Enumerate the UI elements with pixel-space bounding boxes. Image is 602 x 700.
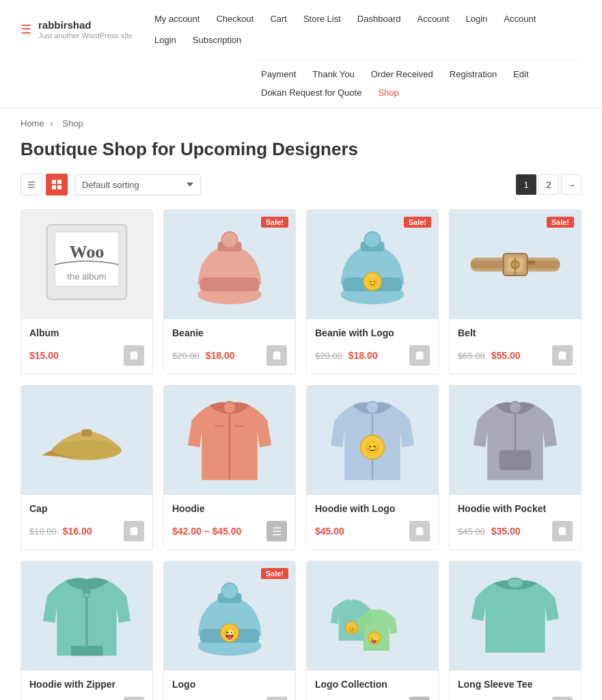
product-name-belt: Belt [458,327,573,338]
product-hoodie-zipper: Hoodie with Zipper $45.00 [20,561,153,700]
page-2-button[interactable]: 2 [538,174,559,195]
product-pricing-belt: $65.00 $55.00 [458,345,573,366]
grid-view-button[interactable] [46,174,68,196]
product-image-hoodie[interactable] [164,386,295,495]
original-price-beanie-logo: $20.00 [315,351,342,361]
add-to-cart-album[interactable] [124,345,144,366]
product-image-logo-collection[interactable]: 😊 😜 [307,561,438,671]
product-pricing-hoodie-pocket: $45.00 $35.00 [458,521,573,541]
hoodie-zipper-illustration [21,561,152,671]
select-options-hoodie[interactable]: ☰ [266,521,287,541]
product-image-hoodie-logo[interactable]: 😊 [307,386,438,495]
nav-dashboard[interactable]: Dashboard [349,8,409,29]
product-image-logo[interactable]: Sale! 😜 [164,561,295,671]
product-info-hoodie-logo: Hoodie with Logo $45.00 [307,495,438,550]
svg-point-50 [507,578,523,589]
nav-payment[interactable]: Payment [253,65,304,83]
product-pricing-logo-collection: ☰ [315,697,430,700]
product-info-belt: Belt $65.00 $55.00 [450,319,581,374]
select-options-logo-collection[interactable]: ☰ [409,697,430,700]
logo-collection-illustration: 😊 😜 [307,561,438,671]
nav-registration[interactable]: Registration [441,65,505,83]
product-hoodie: Hoodie $42.00 – $45.00 ☰ [163,385,296,550]
product-info-album: Album $15.00 [21,319,152,374]
price-group-beanie-logo: $20.00 $18.00 [315,350,377,361]
hamburger-icon[interactable]: ☰ [20,22,31,37]
product-image-hoodie-pocket[interactable] [450,386,581,495]
svg-text:😊: 😊 [365,440,380,455]
add-to-cart-beanie[interactable] [266,345,287,366]
svg-point-12 [221,232,237,247]
svg-text:😊: 😊 [347,625,356,634]
product-image-cap[interactable] [21,386,152,495]
nav-login-1[interactable]: Login [457,8,495,29]
breadcrumb-home[interactable]: Home [20,118,44,129]
add-to-cart-cap[interactable] [124,521,144,541]
svg-text:😊: 😊 [367,277,379,288]
add-to-cart-long-sleeve-tee[interactable] [552,697,573,700]
product-pricing-cap: $18.00 $16.00 [29,521,144,541]
svg-rect-3 [57,185,61,189]
nav-checkout[interactable]: Checkout [208,8,262,29]
product-name-hoodie-zipper: Hoodie with Zipper [29,679,144,690]
nav-shop[interactable]: Shop [370,83,407,102]
product-album: Woo the album Album $15.00 [20,209,153,375]
svg-point-16 [364,232,380,247]
sale-badge-belt: Sale! [547,217,574,228]
site-header: ☰ rabbirshad Just another WordPress site… [0,0,602,108]
svg-rect-35 [500,450,532,470]
product-beanie-with-logo: Sale! 😊 Beanie with Logo $20.00 $18.00 [306,209,439,375]
page-title: Boutique Shop for Upcoming Designers [0,135,602,174]
product-pricing-hoodie-logo: $45.00 [315,521,430,541]
product-pricing-beanie-logo: $20.00 $18.00 [315,345,430,366]
cap-illustration [21,386,152,495]
nav-subscription[interactable]: Subscription [184,29,250,51]
sort-select[interactable]: Default sorting Sort by popularity Sort … [74,174,201,196]
nav-edit[interactable]: Edit [505,65,536,83]
add-to-cart-logo[interactable] [266,697,287,700]
nav-cart[interactable]: Cart [262,8,295,29]
sale-price-beanie: $18.00 [206,350,235,361]
product-info-hoodie: Hoodie $42.00 – $45.00 ☰ [164,495,295,550]
product-image-album[interactable]: Woo the album [21,210,152,319]
view-toggle: ☰ [20,174,68,196]
page-1-button[interactable]: 1 [516,174,536,195]
product-image-hoodie-zipper[interactable] [21,561,152,671]
add-to-cart-belt[interactable] [552,345,573,366]
original-price-hoodie-pocket: $45.00 [458,526,485,537]
price-group-cap: $18.00 $16.00 [29,526,92,537]
page-next-button[interactable]: → [561,174,582,195]
sale-badge-beanie: Sale! [261,217,288,228]
list-view-button[interactable]: ☰ [20,174,42,196]
price-hoodie-logo: $45.00 [315,526,344,537]
product-info-cap: Cap $18.00 $16.00 [21,495,152,550]
product-long-sleeve-tee: Long Sleeve Tee $25.00 [449,561,582,700]
product-image-beanie[interactable]: Sale! [164,210,295,319]
header-nav-row: Payment Thank You Order Received Registr… [20,59,582,107]
nav-account-2[interactable]: Account [495,8,544,29]
add-to-cart-hoodie-zipper[interactable] [124,697,144,700]
nav-my-account[interactable]: My account [146,8,208,29]
product-pricing-logo: $13.00 $11.00 [172,697,287,700]
product-info-hoodie-pocket: Hoodie with Pocket $45.00 $35.00 [450,495,581,550]
nav-thank-you[interactable]: Thank You [304,65,362,83]
add-to-cart-hoodie-pocket[interactable] [552,521,573,541]
nav-order-received[interactable]: Order Received [363,65,441,83]
sale-badge-logo: Sale! [261,568,288,579]
add-to-cart-hoodie-logo[interactable] [409,521,430,541]
product-image-belt[interactable]: Sale! [450,210,581,319]
breadcrumb-separator: › [50,118,53,129]
product-info-beanie: Beanie $20.00 $18.00 [164,319,295,374]
product-name-beanie-logo: Beanie with Logo [315,327,430,338]
product-image-long-sleeve[interactable] [450,561,581,671]
product-image-beanie-logo[interactable]: Sale! 😊 [307,210,438,319]
nav-account-1[interactable]: Account [409,8,457,29]
nav-login-2[interactable]: Login [146,29,184,51]
pagination-top: 1 2 → [516,174,582,195]
cart-icon [558,526,567,536]
sale-price-hoodie-pocket: $35.00 [491,526,521,537]
price-hoodie: $42.00 – $45.00 [172,526,241,537]
nav-store-list[interactable]: Store List [295,8,349,29]
add-to-cart-beanie-logo[interactable] [409,345,430,366]
nav-dokan-quote[interactable]: Dokan Request for Quote [253,83,370,102]
